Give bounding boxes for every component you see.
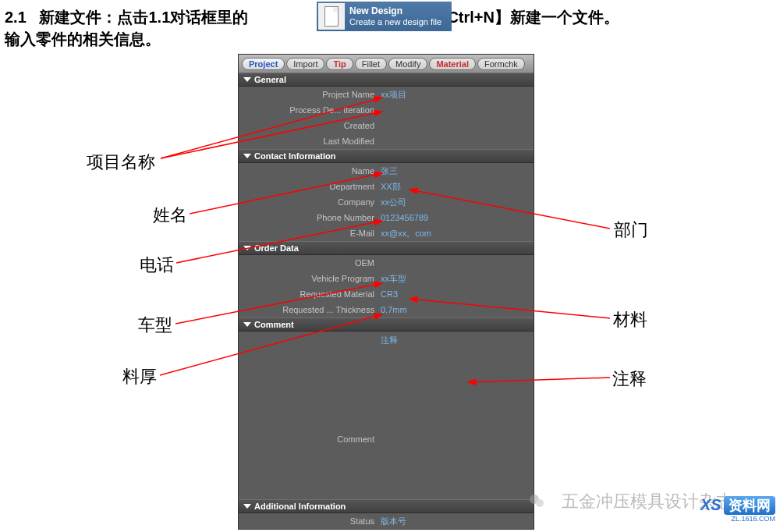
section-number: 2.1	[5, 9, 27, 26]
label-email: E-Mail	[239, 229, 379, 238]
section-header-comment[interactable]: Comment	[239, 317, 534, 332]
label-project-name: Project Name	[239, 90, 379, 99]
label-vehicle-program: Vehicle Program	[239, 274, 379, 283]
section-title-contact: Contact Information	[254, 151, 336, 161]
chevron-down-icon	[243, 322, 251, 327]
wechat-icon	[527, 491, 546, 510]
row-company: Company xx公司	[239, 194, 534, 210]
section-title-general: General	[254, 75, 286, 84]
label-department: Department	[239, 182, 379, 191]
label-requested-thickness: Requested ... Thickness	[239, 305, 379, 314]
value-requested-thickness[interactable]: 0.7mm	[379, 305, 534, 314]
annotation-department: 部门	[614, 218, 648, 242]
chevron-down-icon	[243, 154, 251, 158]
new-design-subtitle: Create a new design file	[349, 17, 441, 27]
new-design-button[interactable]: New Design Create a new design file	[317, 2, 452, 31]
chevron-down-icon	[243, 504, 251, 509]
svg-point-11	[536, 499, 544, 507]
value-comment[interactable]: 注释	[379, 332, 534, 449]
instruction-line2: 输入零件的相关信息。	[5, 30, 161, 48]
label-process-iteration: Process De... Iteration	[239, 105, 379, 115]
value-department[interactable]: XX部	[379, 181, 534, 193]
label-company: Company	[239, 197, 379, 207]
section-title-additional: Additional Information	[254, 502, 346, 511]
row-requested-thickness: Requested ... Thickness 0.7mm	[239, 302, 534, 317]
chevron-down-icon	[243, 246, 251, 250]
tab-fillet[interactable]: Fillet	[355, 58, 387, 70]
value-requested-material[interactable]: CR3	[379, 289, 534, 299]
row-created: Created	[239, 118, 534, 133]
row-last-modified: Last Modified	[239, 133, 534, 149]
properties-panel: Project Import Tip Fillet Modify Materia…	[238, 54, 534, 530]
value-name[interactable]: 张三	[379, 165, 534, 177]
label-last-modified: Last Modified	[239, 137, 379, 146]
tab-modify[interactable]: Modify	[388, 58, 427, 70]
section-header-general[interactable]: General	[239, 73, 534, 87]
logo-badge: XS 资料网 ZL.1616.COM	[700, 496, 775, 523]
new-design-title: New Design	[349, 5, 441, 16]
logo-url: ZL.1616.COM	[731, 515, 775, 523]
tab-bar: Project Import Tip Fillet Modify Materia…	[239, 55, 534, 73]
annotation-phone: 电话	[140, 254, 174, 277]
annotation-material: 材料	[613, 308, 647, 332]
tab-formchk[interactable]: Formchk	[477, 58, 525, 70]
annotation-vehicle: 车型	[138, 314, 172, 337]
value-phone[interactable]: 0123456789	[379, 213, 534, 222]
tab-import[interactable]: Import	[286, 58, 324, 70]
annotation-thickness: 料厚	[122, 365, 157, 388]
tab-material[interactable]: Material	[429, 58, 476, 70]
annotation-project-name: 项目名称	[87, 151, 155, 174]
value-project-name[interactable]: xx项目	[379, 89, 534, 101]
section-title-comment: Comment	[254, 320, 294, 329]
annotation-name: 姓名	[153, 204, 187, 227]
logo-prefix: XS	[700, 496, 722, 513]
label-oem: OEM	[239, 258, 379, 268]
row-project-name: Project Name xx项目	[239, 87, 534, 102]
logo-brand: 资料网	[724, 496, 775, 515]
section-header-order[interactable]: Order Data	[239, 241, 534, 255]
row-comment: Comment 注释	[239, 332, 534, 449]
new-file-icon	[318, 3, 345, 30]
tab-project[interactable]: Project	[242, 58, 285, 70]
row-phone: Phone Number 0123456789	[239, 210, 534, 225]
value-vehicle-program[interactable]: xx车型	[379, 273, 534, 285]
row-department: Department XX部	[239, 179, 534, 194]
label-requested-material: Requested Material	[239, 289, 379, 299]
section-header-additional[interactable]: Additional Information	[239, 499, 534, 513]
section-header-contact[interactable]: Contact Information	[239, 149, 534, 163]
value-email[interactable]: xx@xx。com	[379, 228, 534, 239]
annotation-comment: 注释	[612, 367, 647, 391]
row-status: Status 版本号	[239, 513, 534, 529]
chevron-down-icon	[243, 77, 251, 82]
label-status: Status	[239, 516, 379, 526]
label-created: Created	[239, 121, 379, 130]
label-name: Name	[239, 166, 379, 176]
row-name: Name 张三	[239, 163, 534, 179]
row-email: E-Mail xx@xx。com	[239, 225, 534, 241]
value-company[interactable]: xx公司	[379, 197, 534, 208]
row-oem: OEM	[239, 255, 534, 271]
label-comment: Comment	[239, 332, 379, 449]
instruction-line1a: 新建文件：点击1.1对话框里的	[39, 9, 248, 26]
row-process-iteration: Process De... Iteration	[239, 102, 534, 118]
tab-tip[interactable]: Tip	[326, 58, 353, 70]
row-requested-material: Requested Material CR3	[239, 286, 534, 302]
instruction-text: 2.1 新建文件：点击1.1对话框里的 or【Ctrl+N】新建一个文件。 输入…	[5, 6, 619, 50]
row-vehicle-program: Vehicle Program xx车型	[239, 271, 534, 286]
value-status[interactable]: 版本号	[379, 516, 534, 527]
label-phone: Phone Number	[239, 213, 379, 222]
section-title-order: Order Data	[254, 243, 299, 253]
